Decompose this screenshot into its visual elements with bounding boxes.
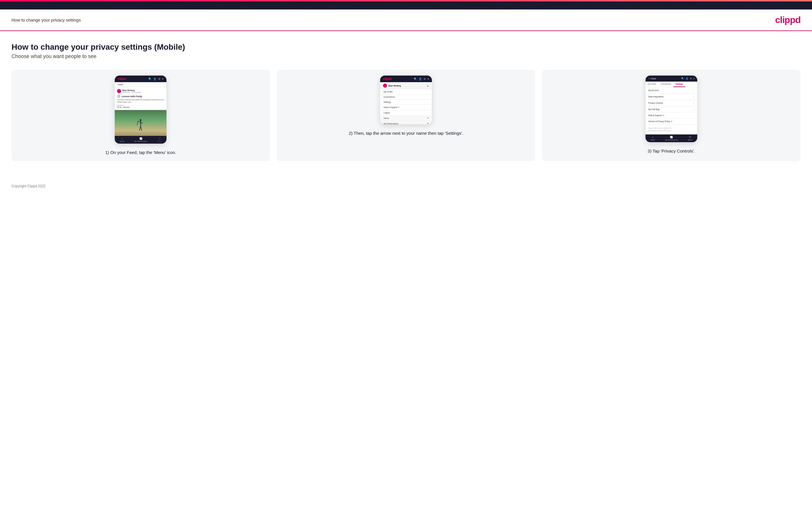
tab-settings[interactable]: Settings bbox=[673, 81, 686, 87]
settings-item-golf-bag[interactable]: My Golf Bag › bbox=[646, 106, 697, 113]
top-bar bbox=[0, 1, 812, 9]
menu-icon: ☰ bbox=[158, 137, 160, 140]
menu-icon-3: ☰ bbox=[689, 136, 691, 138]
svg-line-6 bbox=[141, 126, 142, 130]
performance-icon: 📈 bbox=[140, 137, 142, 140]
svg-line-4 bbox=[137, 121, 138, 125]
menu-item-connections[interactable]: Connections bbox=[380, 95, 432, 100]
settings-item-data-integrations[interactable]: Data Integrations › bbox=[646, 94, 697, 100]
phone-mockup-1: clippd 🔍 👤 ⚙ ▾ Feed bbox=[115, 75, 166, 144]
chevron-icon: ▾ bbox=[162, 77, 164, 80]
phone1-icons: 🔍 👤 ⚙ ▾ bbox=[148, 77, 164, 80]
back-button[interactable]: ‹ < Back bbox=[648, 77, 656, 79]
post-date: Yesterday · Sunningdale bbox=[122, 91, 141, 93]
lesson-desc: Looking to feel like my hands are exitin… bbox=[117, 99, 164, 105]
phone3-settings-list: My Account › Data Integrations › Privacy… bbox=[646, 87, 697, 125]
post-item: Blair McHarg Yesterday · Sunningdale Les… bbox=[115, 87, 166, 110]
chevron-section-perf: ▾ bbox=[427, 122, 428, 124]
steps-grid: clippd 🔍 👤 ⚙ ▾ Feed bbox=[11, 70, 801, 161]
performance-icon-3: 📈 bbox=[670, 136, 673, 138]
phone3-nav-performance: 📈 My Performance bbox=[665, 136, 678, 141]
search-icon-2: 🔍 bbox=[414, 77, 417, 80]
step-card-1: clippd 🔍 👤 ⚙ ▾ Feed bbox=[11, 70, 270, 161]
menu-item-help[interactable]: Help & Support ↗ bbox=[380, 105, 432, 110]
phone2-menu-items: My Profile Connections Settings Help & S… bbox=[380, 89, 432, 124]
section-home: Home ▾ bbox=[380, 115, 432, 121]
chevron-section-home: ▾ bbox=[427, 117, 428, 119]
settings-item-privacy-controls[interactable]: Privacy Controls › bbox=[646, 100, 697, 106]
phone3-tabs: My Profile Connections Settings bbox=[646, 81, 697, 87]
settings-icon: ⚙ bbox=[158, 77, 160, 80]
nav-performance: 📈 My Performance bbox=[135, 137, 147, 142]
chevron-data-integrations: › bbox=[694, 95, 695, 98]
lesson-icon bbox=[117, 95, 120, 98]
page-subtitle: Choose what you want people to see bbox=[11, 53, 801, 59]
search-icon: 🔍 bbox=[148, 77, 152, 80]
phone2-logo: clippd bbox=[383, 77, 391, 80]
phone2-menu-header: Blair McHarg ▲ bbox=[380, 82, 432, 89]
profile-icon-3: 👤 bbox=[686, 77, 689, 80]
phone2-body: Blair McHarg ▲ My Profile Connections bbox=[380, 82, 432, 117]
search-icon-3: 🔍 bbox=[681, 77, 684, 80]
settings-item-service-privacy[interactable]: Service & Privacy Policy ↗ bbox=[646, 119, 697, 125]
chevron-golf-bag: › bbox=[694, 108, 695, 111]
user-avatar bbox=[117, 89, 121, 93]
phone2-icons: 🔍 👤 ⚙ ▾ bbox=[414, 77, 429, 80]
phone2-header: clippd 🔍 👤 ⚙ ▾ bbox=[380, 75, 432, 82]
step1-description: 1) On your Feed, tap the 'Menu' icon. bbox=[105, 149, 176, 155]
svg-line-5 bbox=[140, 126, 141, 130]
phone1-bottom-nav: ⌂ Home 📈 My Performance ☰ Menu bbox=[115, 136, 166, 144]
section-performance: My Performance ▾ bbox=[380, 121, 432, 124]
menu-item-logout[interactable]: Logout bbox=[380, 110, 432, 115]
profile-icon: 👤 bbox=[153, 77, 156, 80]
phone3-icons: 🔍 👤 ⚙ ▾ bbox=[681, 77, 695, 80]
footer: Copyright Clippd 2022 bbox=[0, 178, 812, 194]
golfer-silhouette bbox=[136, 119, 145, 133]
phone3-nav-home: ⌂ Home bbox=[650, 136, 655, 141]
settings-icon-3: ⚙ bbox=[690, 77, 692, 80]
header: How to change your privacy settings clip… bbox=[0, 9, 812, 31]
main-content: How to change your privacy settings (Mob… bbox=[0, 31, 812, 178]
header-title: How to change your privacy settings bbox=[11, 17, 81, 22]
settings-item-help-support[interactable]: Help & Support ↗ bbox=[646, 113, 697, 119]
phone3-bottom-nav: ⌂ Home 📈 My Performance ☰ Menu bbox=[646, 134, 697, 142]
chevron-icon-2: ▾ bbox=[427, 77, 429, 80]
svg-line-2 bbox=[138, 121, 141, 122]
menu-item-settings[interactable]: Settings bbox=[380, 100, 432, 105]
phone3-nav-menu: ☰ Menu bbox=[688, 136, 692, 141]
step-card-3: ‹ < Back 🔍 👤 ⚙ ▾ My Profile Connections … bbox=[542, 70, 801, 161]
svg-point-0 bbox=[140, 119, 142, 121]
phone2-menu-user: Blair McHarg bbox=[383, 83, 401, 88]
phone1-header: clippd 🔍 👤 ⚙ ▾ bbox=[115, 75, 166, 82]
phone1-logo: clippd bbox=[117, 77, 126, 80]
page-title: How to change your privacy settings (Mob… bbox=[11, 43, 801, 52]
phone-mockup-2: clippd 🔍 👤 ⚙ ▾ bbox=[380, 75, 432, 124]
profile-icon-2: 👤 bbox=[419, 77, 422, 80]
menu-item-profile[interactable]: My Profile bbox=[380, 89, 432, 95]
phone2-user-avatar bbox=[383, 83, 387, 88]
logo: clippd bbox=[775, 15, 801, 25]
chevron-icon-3: ▾ bbox=[693, 77, 695, 80]
phone2-menu: Blair McHarg ▲ My Profile Connections bbox=[380, 82, 432, 124]
chevron-my-account: › bbox=[694, 89, 695, 92]
tab-connections[interactable]: Connections bbox=[658, 81, 673, 87]
chevron-privacy-controls: › bbox=[694, 102, 695, 104]
settings-item-my-account[interactable]: My Account › bbox=[646, 87, 697, 94]
version-info: Clippd Client Version: 2022.8.3-3 SQL Se… bbox=[646, 125, 697, 134]
home-icon: ⌂ bbox=[121, 137, 123, 140]
phone-mockup-3: ‹ < Back 🔍 👤 ⚙ ▾ My Profile Connections … bbox=[646, 75, 697, 142]
home-icon-3: ⌂ bbox=[652, 136, 654, 138]
step-card-2: clippd 🔍 👤 ⚙ ▾ bbox=[277, 70, 536, 161]
step2-description: 2) Then, tap the arrow next to your name… bbox=[349, 130, 463, 136]
feed-tab: Feed bbox=[115, 82, 166, 87]
step3-description: 3) Tap 'Privacy Controls'. bbox=[648, 148, 695, 154]
nav-home: ⌂ Home bbox=[120, 137, 124, 142]
back-chevron-icon: ‹ bbox=[648, 77, 649, 79]
nav-menu: ☰ Menu bbox=[157, 137, 162, 142]
duration-value: 01 hr : 30 min bbox=[117, 106, 164, 108]
golf-image bbox=[115, 110, 166, 136]
lesson-title: Lesson with Fordy bbox=[121, 94, 142, 98]
tab-my-profile[interactable]: My Profile bbox=[646, 81, 658, 87]
phone3-header: ‹ < Back 🔍 👤 ⚙ ▾ bbox=[646, 75, 697, 81]
phone2-chevron-up: ▲ bbox=[427, 84, 429, 87]
